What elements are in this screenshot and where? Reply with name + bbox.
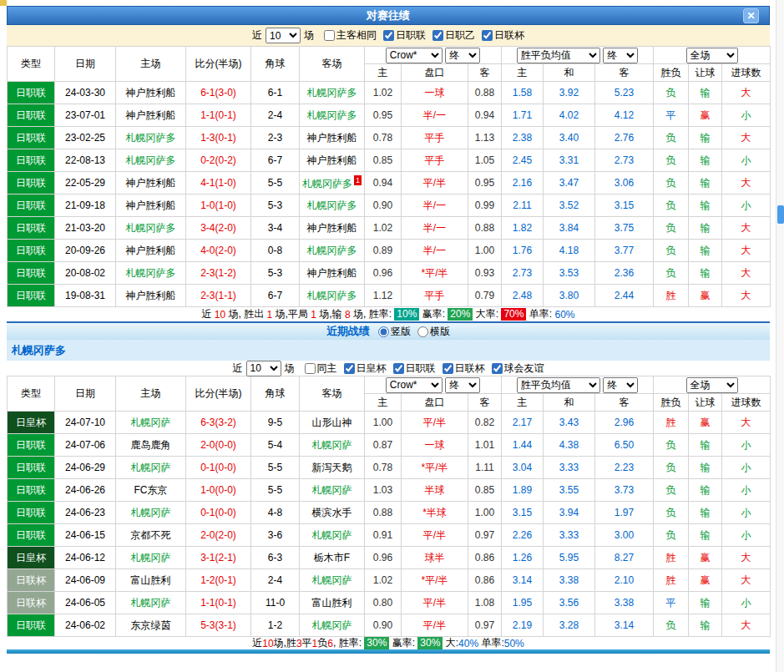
- horizontal-layout-radio[interactable]: [417, 326, 428, 337]
- avg-away-odds: 4.12: [595, 104, 654, 127]
- away-team: 山形山神: [300, 412, 365, 434]
- bookmaker-select[interactable]: Crow*: [386, 377, 443, 393]
- fulltime-select[interactable]: 全场: [686, 48, 738, 63]
- away-team: 札幌冈萨多: [300, 104, 365, 127]
- match-date: 24-06-23: [55, 502, 116, 524]
- avg-draw-odds: 3.84: [544, 217, 595, 240]
- filter-checkbox-option[interactable]: 日皇杯: [344, 361, 387, 376]
- checkbox[interactable]: [432, 30, 443, 41]
- filter-checkbox-option[interactable]: 日职联: [393, 361, 436, 376]
- match-date: 24-06-02: [55, 614, 116, 637]
- col-header-score: 比分(半场): [186, 47, 251, 82]
- result-goals: 小: [722, 479, 771, 502]
- avg-odds-select[interactable]: 胜平负均值: [517, 48, 600, 63]
- away-odds: 0.97: [468, 524, 502, 547]
- home-team: 札幌冈萨: [116, 457, 186, 479]
- home-odds: 1.03: [365, 479, 402, 502]
- vertical-layout-radio[interactable]: [378, 326, 389, 337]
- match-row: 日职联19-08-31神户胜利船2-3(1-1)6-7札幌冈萨多1.12平手0.…: [8, 285, 771, 307]
- handicap-line: 平手: [402, 127, 468, 149]
- col-header-type: 类型: [8, 47, 55, 82]
- layout-option-vertical[interactable]: 竖版: [378, 325, 411, 339]
- subcol-result: 胜负: [654, 64, 689, 82]
- checkbox[interactable]: [383, 30, 394, 41]
- subcol-avg-draw: 和: [544, 394, 595, 412]
- league-type: 日职联: [8, 82, 55, 104]
- fulltime-select[interactable]: 全场: [686, 377, 738, 393]
- close-icon[interactable]: ✕: [743, 8, 759, 23]
- bookmaker-select[interactable]: Crow*: [386, 48, 443, 63]
- avg-home-odds: 1.44: [502, 434, 544, 457]
- avg-home-odds: 2.16: [502, 172, 544, 195]
- handicap-line: 球半: [402, 547, 468, 569]
- avg-away-odds: 3.77: [595, 240, 654, 262]
- score: 0-1(0-0): [186, 502, 251, 524]
- avg-draw-odds: 3.56: [544, 592, 595, 614]
- avg-final-select[interactable]: 终: [603, 48, 638, 63]
- avg-draw-odds: 4.18: [544, 240, 595, 262]
- avg-home-odds: 2.73: [502, 262, 544, 285]
- league-type: 日皇杯: [8, 412, 55, 434]
- result-wdl: 胜: [654, 285, 689, 307]
- home-team: 札幌冈萨: [116, 502, 186, 524]
- avg-final-select[interactable]: 终: [603, 377, 638, 393]
- handicap-line: 一球: [402, 434, 468, 457]
- final-odds-select[interactable]: 终: [445, 377, 480, 393]
- summary-text: 赢率:: [419, 307, 448, 321]
- avg-away-odds: 3.06: [595, 172, 654, 195]
- avg-draw-odds: 3.40: [544, 127, 595, 149]
- recent-summary: 近10场,胜3平1负6, 胜率: 30% 赢率: 30% 大:40% 单率:50…: [7, 637, 770, 649]
- filter-checkbox-option[interactable]: 日职联: [383, 28, 426, 43]
- layout-option-horizontal[interactable]: 横版: [417, 325, 450, 339]
- avg-draw-odds: 3.55: [544, 479, 595, 502]
- match-date: 19-08-31: [55, 285, 116, 307]
- home-team: FC东京: [116, 479, 186, 502]
- checkbox[interactable]: [482, 30, 493, 41]
- filter-checkbox-option[interactable]: 同主: [305, 361, 337, 376]
- filter-checkbox-option[interactable]: 球会友谊: [492, 361, 544, 376]
- match-date: 23-07-01: [55, 104, 116, 127]
- filter-checkbox-option[interactable]: 日联杯: [443, 361, 485, 376]
- result-handicap: 输: [689, 82, 722, 104]
- recent-match-count-select[interactable]: 10: [246, 361, 281, 376]
- bookmaker-select-cell: Crow* 终: [365, 376, 502, 394]
- match-date: 20-09-26: [55, 240, 116, 262]
- match-date: 24-07-06: [55, 434, 116, 457]
- checkbox[interactable]: [324, 30, 335, 41]
- summary-text: 负: [317, 636, 327, 650]
- checkbox-label: 日皇杯: [357, 361, 387, 376]
- avg-home-odds: 1.82: [502, 217, 544, 240]
- away-odds: 0.85: [468, 479, 502, 502]
- handicap-line: 平/半: [402, 614, 468, 637]
- filter-checkbox-option[interactable]: 日职乙: [432, 28, 475, 43]
- match-date: 21-09-18: [55, 195, 116, 217]
- match-count-select[interactable]: 10: [266, 28, 301, 43]
- checkbox[interactable]: [492, 363, 503, 374]
- home-odds: 1.02: [365, 82, 402, 104]
- avg-select-cell: 胜平负均值 终: [502, 376, 654, 394]
- final-odds-select[interactable]: 终: [445, 48, 480, 63]
- result-handicap: 输: [689, 240, 722, 262]
- result-goals: 大: [722, 569, 771, 592]
- scrollbar-thumb[interactable]: [777, 205, 784, 224]
- away-team: 札幌冈萨: [300, 434, 365, 457]
- league-type: 日职联: [8, 434, 55, 457]
- home-odds: 0.89: [365, 240, 402, 262]
- score: 3-1(2-1): [186, 547, 251, 569]
- checkbox[interactable]: [393, 363, 404, 374]
- checkbox[interactable]: [305, 363, 316, 374]
- checkbox[interactable]: [443, 363, 453, 374]
- filter-checkbox-option[interactable]: 日联杯: [482, 28, 524, 43]
- avg-home-odds: 1.89: [502, 479, 544, 502]
- result-goals: 小: [722, 524, 771, 547]
- match-date: 20-08-02: [55, 262, 116, 285]
- summary-text: 1: [267, 309, 273, 321]
- avg-draw-odds: 5.95: [544, 547, 595, 569]
- avg-odds-select[interactable]: 胜平负均值: [517, 377, 600, 393]
- checkbox[interactable]: [344, 363, 355, 374]
- result-goals: 小: [722, 195, 771, 217]
- vertical-scrollbar[interactable]: [776, 0, 784, 672]
- summary-text: 10: [262, 638, 273, 649]
- filter-checkbox-option[interactable]: 主客相同: [324, 28, 377, 43]
- home-odds: 0.78: [365, 457, 402, 479]
